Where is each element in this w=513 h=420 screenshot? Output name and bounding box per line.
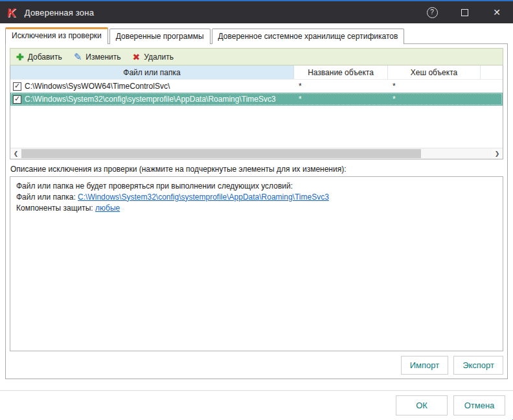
scrollbar-track[interactable] [21, 148, 492, 159]
pencil-icon: ✎ [74, 52, 82, 62]
protection-components-link[interactable]: любые [95, 204, 120, 213]
file-path: C:\Windows\SysWOW64\TimeControlSvc\ [25, 82, 170, 91]
description-line-components: Компоненты защиты: любые [16, 203, 497, 214]
add-button[interactable]: ✚ Добавить [16, 52, 62, 62]
delete-button-label: Удалить [144, 52, 174, 62]
table-row-selected[interactable]: ✓ C:\Windows\System32\config\systemprofi… [10, 93, 503, 106]
ok-button[interactable]: ОК [396, 395, 448, 415]
close-button[interactable]: ✕ [481, 1, 513, 23]
delete-icon: ✖ [133, 52, 141, 62]
window-title: Доверенная зона [25, 8, 94, 18]
row-checkbox[interactable]: ✓ [13, 95, 21, 104]
titlebar: K Доверенная зона ? ✕ [0, 0, 513, 23]
edit-button[interactable]: ✎ Изменить [74, 52, 121, 62]
scroll-right-icon[interactable]: ❯ [492, 148, 503, 159]
object-hash-cell: * [388, 95, 481, 104]
delete-button[interactable]: ✖ Удалить [133, 52, 174, 62]
horizontal-scrollbar[interactable]: ❮ ❯ [10, 148, 503, 159]
column-header-object-hash[interactable]: Хеш объекта [388, 65, 481, 79]
file-path: C:\Windows\System32\config\systemprofile… [25, 95, 276, 104]
add-icon: ✚ [16, 52, 24, 62]
export-button[interactable]: Экспорт [453, 356, 503, 375]
import-button[interactable]: Импорт [401, 356, 448, 375]
tab-trusted-cert-store[interactable]: Доверенное системное хранилище сертифика… [212, 29, 405, 44]
description-line-conditions: Файл или папка не будет проверяться при … [16, 181, 497, 192]
help-icon: ? [427, 7, 438, 18]
table-header: Файл или папка Название объекта Хеш объе… [10, 65, 503, 80]
table-row[interactable]: ✓ C:\Windows\SysWOW64\TimeControlSvc\ * … [10, 80, 503, 93]
tab-bar: Исключения из проверки Доверенные програ… [5, 27, 404, 44]
trusted-zone-window: K Доверенная зона ? ✕ Исключения из пров… [0, 0, 513, 420]
footer: ОК Отмена [0, 390, 513, 420]
resize-grip[interactable] [510, 417, 511, 418]
object-name-cell: * [294, 82, 388, 91]
components-prefix-text: Компоненты защиты: [16, 204, 95, 213]
help-button[interactable]: ? [416, 1, 448, 23]
edit-button-label: Изменить [86, 52, 120, 62]
file-path-link[interactable]: C:\Windows\System32\config\systemprofile… [78, 192, 329, 202]
table-empty-area [10, 106, 503, 148]
check-icon: ✓ [14, 82, 20, 89]
scroll-left-icon[interactable]: ❮ [10, 148, 21, 159]
file-prefix-text: Файл или папка: [16, 192, 78, 202]
tab-exclusions[interactable]: Исключения из проверки [5, 27, 108, 44]
file-cell: ✓ C:\Windows\System32\config\systemprofi… [10, 95, 294, 104]
row-checkbox[interactable]: ✓ [13, 82, 21, 91]
scrollbar-thumb[interactable] [21, 149, 421, 158]
import-export-row: Импорт Экспорт [10, 356, 503, 375]
column-header-object-name[interactable]: Название объекта [294, 65, 388, 79]
description-line-file: Файл или папка: C:\Windows\System32\conf… [16, 192, 497, 203]
add-button-label: Добавить [28, 52, 62, 62]
column-header-spacer [481, 65, 503, 79]
close-icon: ✕ [493, 7, 501, 18]
tab-trusted-programs[interactable]: Доверенные программы [109, 29, 211, 44]
maximize-button[interactable] [448, 1, 481, 23]
exclusions-table: Файл или папка Название объекта Хеш объе… [10, 65, 503, 159]
check-icon: ✓ [14, 95, 20, 102]
column-header-file-or-folder[interactable]: Файл или папка [10, 65, 294, 79]
object-name-cell: * [294, 95, 388, 104]
exclusions-panel: ✚ Добавить ✎ Изменить ✖ Удалить Файл или… [5, 43, 508, 379]
titlebar-buttons: ? ✕ [416, 1, 513, 23]
maximize-icon [461, 9, 468, 16]
cancel-button[interactable]: Отмена [453, 395, 505, 415]
description-box: Файл или папка не будет проверяться при … [10, 176, 503, 351]
kaspersky-logo-icon: K [6, 6, 16, 19]
description-label: Описание исключения из проверки (нажмите… [10, 165, 503, 174]
object-hash-cell: * [388, 82, 481, 91]
file-cell: ✓ C:\Windows\SysWOW64\TimeControlSvc\ [10, 82, 294, 91]
toolbar: ✚ Добавить ✎ Изменить ✖ Удалить [10, 48, 503, 65]
